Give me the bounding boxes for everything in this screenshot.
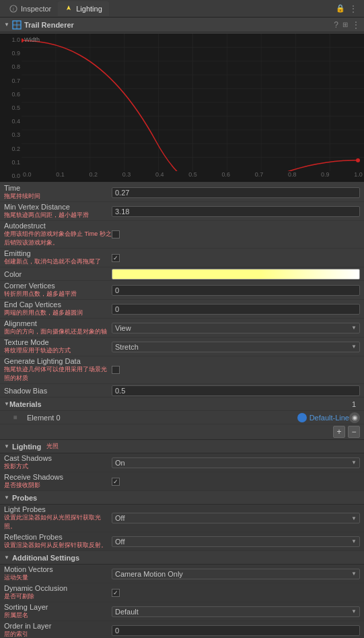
generate-lighting-row: Generate Lighting Data 拖尾轨迹几何体可以使用采用了场景光…	[0, 356, 364, 384]
emitting-row: Emitting 创建新点，取消勾选就不会再拖尾了 ✓	[0, 249, 364, 267]
dynamic-occlusion-checkbox[interactable]: ✓	[112, 589, 360, 597]
cast-shadows-row: Cast Shadows 投影方式 On ▼	[0, 453, 364, 472]
kebab-icon[interactable]: ⋮	[352, 20, 360, 30]
curve-svg	[22, 34, 364, 171]
header-icons: ? ⊞ ⋮	[334, 20, 360, 30]
cast-shadows-dropdown[interactable]: On ▼	[112, 457, 360, 468]
emitting-checkbox[interactable]: ✓	[112, 254, 360, 262]
motion-vectors-dropdown[interactable]: Camera Motion Only ▼	[112, 569, 360, 579]
autodestruct-check[interactable]	[112, 230, 120, 238]
corner-vertices-value[interactable]: 0	[112, 285, 360, 296]
materials-header: ▼ Materials 1	[0, 397, 364, 411]
sorting-layer-row: Sorting Layer 所属层名 Default ▼	[0, 602, 364, 621]
texture-mode-dropdown[interactable]: Stretch ▼	[112, 342, 360, 352]
time-value[interactable]: 0.27	[112, 187, 360, 198]
element-picker[interactable]: ◉	[349, 412, 360, 423]
autodestruct-checkbox[interactable]	[112, 230, 360, 238]
inspector-icon: i	[9, 5, 17, 13]
shadow-bias-value[interactable]: 0.5	[112, 385, 360, 396]
lighting-section-label: Lighting	[12, 443, 41, 451]
component-icon	[12, 20, 22, 30]
tab-bar: i Inspector Lighting 🔒 ⋮	[0, 0, 364, 18]
element0-label: Element 0	[27, 414, 297, 422]
dynamic-occlusion-row: Dynamic Occlusion 是否可剔除 ✓	[0, 583, 364, 602]
probes-label: Probes	[12, 494, 37, 502]
presets-icon[interactable]: ⊞	[342, 21, 348, 28]
texture-mode-row: Texture Mode 将纹理应用于轨迹的方式 Stretch ▼	[0, 338, 364, 356]
materials-add-remove: + −	[0, 424, 364, 440]
color-value[interactable]	[112, 269, 360, 280]
autodestruct-label: Autodestruct 使用该组件的游戏对象会静止 Time 秒之后销毁该游戏…	[4, 222, 112, 247]
lighting-tab-icon	[65, 5, 73, 13]
min-vertex-value[interactable]: 3.18	[112, 206, 360, 217]
element0-value[interactable]: Default-Line	[310, 414, 349, 422]
alignment-row: Alignment 面向的方向，面向摄像机还是对象的轴 View ▼	[0, 319, 364, 338]
curve-y-axis: 1.00.90.80.70.6 0.50.40.30.20.10.0	[0, 34, 22, 182]
receive-shadows-check[interactable]: ✓	[112, 478, 120, 486]
svg-marker-2	[67, 5, 71, 10]
window-controls: 🔒 ⋮	[336, 4, 361, 13]
autodestruct-row: Autodestruct 使用该组件的游戏对象会静止 Time 秒之后销毁该游戏…	[0, 221, 364, 249]
order-in-layer-value[interactable]: 0	[112, 625, 360, 636]
dynamic-occlusion-label: Dynamic Occlusion 是否可剔除	[4, 584, 112, 601]
sorting-layer-dropdown[interactable]: Default ▼	[112, 606, 360, 617]
expand-arrow[interactable]: ▼	[4, 22, 9, 28]
add-material-button[interactable]: +	[333, 426, 345, 438]
light-probes-dropdown[interactable]: Off ▼	[112, 513, 360, 523]
tab-inspector[interactable]: i Inspector	[3, 1, 58, 16]
light-probes-label: Light Probes 设置此渲染器如何从光照探针获取光照。	[4, 505, 112, 531]
generate-lighting-check[interactable]	[112, 366, 120, 374]
shadow-bias-label: Shadow Bias	[4, 387, 112, 395]
element-icon	[297, 413, 307, 422]
end-cap-vertices-value[interactable]: 0	[112, 304, 360, 315]
inspector-panel: ▼ Trail Renderer ? ⊞ ⋮ 1.00.90.80.70.6 0…	[0, 18, 364, 638]
probes-header[interactable]: ▼ Probes	[0, 491, 364, 505]
additional-settings-header[interactable]: ▼ Additional Settings	[0, 551, 364, 565]
remove-material-button[interactable]: −	[348, 426, 360, 438]
shadow-bias-row: Shadow Bias 0.5	[0, 384, 364, 397]
texture-mode-label: Texture Mode 将纹理应用于轨迹的方式	[4, 338, 112, 355]
materials-element-row: ≡ Element 0 Default-Line ◉	[0, 411, 364, 424]
light-probes-row: Light Probes 设置此渲染器如何从光照探针获取光照。 Off ▼	[0, 505, 364, 532]
color-label: Color	[4, 270, 112, 278]
lighting-tooltip: 光照	[46, 442, 59, 451]
order-in-layer-row: Order in Layer 层的索引 0	[0, 621, 364, 638]
curve-x-axis: 0.00.10.20.30.4 0.50.60.70.80.91.0	[22, 171, 364, 182]
cast-shadows-label: Cast Shadows 投影方式	[4, 454, 112, 471]
receive-shadows-label: Receive Shadows 是否接收阴影	[4, 473, 112, 490]
receive-shadows-checkbox[interactable]: ✓	[112, 478, 360, 486]
corner-vertices-row: Corner Vertices 转折所用点数，越多越平滑 0	[0, 281, 364, 300]
curve-graph[interactable]: 1.00.90.80.70.6 0.50.40.30.20.10.0	[0, 34, 364, 182]
motion-vectors-label: Motion Vectors 运动矢量	[4, 565, 112, 582]
materials-count: 1	[352, 400, 356, 408]
alignment-dropdown[interactable]: View ▼	[112, 323, 360, 333]
end-cap-vertices-label: End Cap Vertices 两端的所用点数，越多越圆润	[4, 300, 112, 317]
reflection-probes-row: Reflection Probes 设置渲染器如何从反射探针获取反射。 Off …	[0, 532, 364, 551]
tab-lighting[interactable]: Lighting	[58, 1, 109, 16]
lighting-subsection-header[interactable]: ▼ Lighting 光照	[0, 440, 364, 453]
color-row: Color	[0, 267, 364, 281]
trail-renderer-header: ▼ Trail Renderer ? ⊞ ⋮	[0, 18, 364, 32]
min-vertex-label: Min Vertex Distance 拖尾轨迹两点间距，越小越平滑	[4, 203, 112, 220]
end-cap-vertices-row: End Cap Vertices 两端的所用点数，越多越圆润 0	[0, 300, 364, 319]
receive-shadows-row: Receive Shadows 是否接收阴影 ✓	[0, 472, 364, 491]
min-vertex-row: Min Vertex Distance 拖尾轨迹两点间距，越小越平滑 3.18	[0, 202, 364, 221]
generate-lighting-label: Generate Lighting Data 拖尾轨迹几何体可以使用采用了场景光…	[4, 357, 112, 383]
more-icon[interactable]: ⋮	[349, 4, 357, 13]
dynamic-occlusion-check[interactable]: ✓	[112, 589, 120, 597]
additional-settings-label: Additional Settings	[12, 554, 79, 562]
sorting-layer-label: Sorting Layer 所属层名	[4, 603, 112, 620]
materials-expand[interactable]: ▼	[4, 401, 9, 407]
lock-icon[interactable]: 🔒	[336, 4, 345, 13]
corner-vertices-label: Corner Vertices 转折所用点数，越多越平滑	[4, 282, 112, 298]
svg-text:i: i	[13, 6, 14, 12]
order-in-layer-label: Order in Layer 层的索引	[4, 622, 112, 638]
element-handle: ≡	[13, 414, 27, 421]
reflection-probes-dropdown[interactable]: Off ▼	[112, 536, 360, 547]
generate-lighting-checkbox[interactable]	[112, 366, 360, 374]
curve-xlabel: Width	[24, 36, 40, 43]
help-icon[interactable]: ?	[334, 20, 338, 30]
reflection-probes-label: Reflection Probes 设置渲染器如何从反射探针获取反射。	[4, 533, 112, 550]
svg-point-24	[22, 38, 24, 42]
emitting-check[interactable]: ✓	[112, 254, 120, 262]
